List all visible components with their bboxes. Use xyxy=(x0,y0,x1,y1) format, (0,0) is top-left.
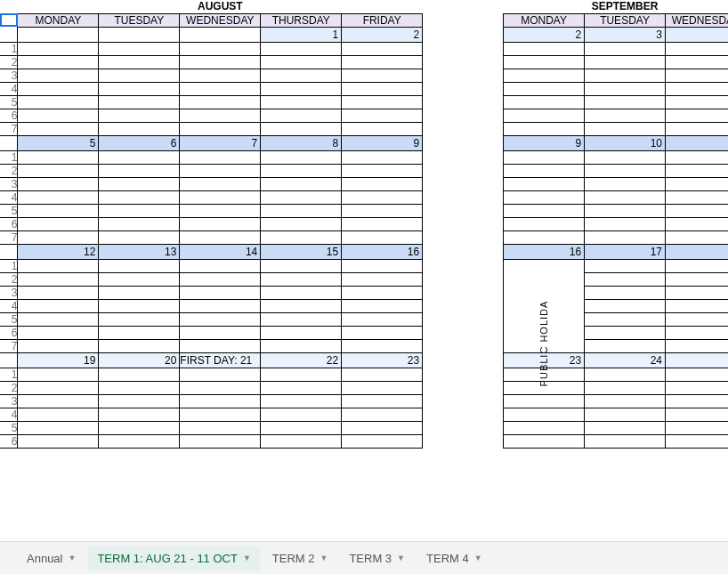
day-header-tue-sep: TUESDAY xyxy=(585,13,666,27)
date-cell[interactable]: 10 xyxy=(585,135,666,150)
date-cell[interactable]: 9 xyxy=(504,135,585,150)
row-label: 2 xyxy=(0,164,18,177)
date-cell[interactable]: 5 xyxy=(18,135,99,150)
row-label: 7 xyxy=(0,122,18,135)
date-cell[interactable]: 1 xyxy=(261,27,342,42)
date-cell[interactable]: 23 xyxy=(342,352,423,368)
row-label: 7 xyxy=(0,230,18,244)
selected-cell[interactable] xyxy=(0,13,18,27)
day-header-wed-sep: WEDNESDAY xyxy=(666,13,729,27)
date-cell[interactable]: 11 xyxy=(666,135,729,150)
row-label: 5 xyxy=(0,312,18,326)
date-cell[interactable]: 18 xyxy=(666,244,729,259)
date-cell[interactable]: 19 xyxy=(18,352,99,368)
row-label: 1 xyxy=(0,150,18,164)
row-label: 1 xyxy=(0,259,18,272)
day-header-thu: THURSDAY xyxy=(261,13,342,27)
date-cell[interactable]: 9 xyxy=(342,135,423,150)
row-label: 3 xyxy=(0,69,18,82)
chevron-down-icon: ▼ xyxy=(474,554,482,562)
month-title-september: SEPTEMBER xyxy=(504,0,728,13)
date-cell[interactable]: 16 xyxy=(504,244,585,259)
row-label: 4 xyxy=(0,82,18,95)
row-label: 4 xyxy=(0,299,18,312)
date-cell[interactable]: 2 xyxy=(342,27,423,42)
chevron-down-icon: ▼ xyxy=(397,554,405,562)
date-cell[interactable]: 8 xyxy=(261,135,342,150)
date-cell[interactable]: 13 xyxy=(99,244,180,259)
first-day-cell[interactable]: FIRST DAY: 21 xyxy=(180,352,261,368)
row-label: 4 xyxy=(0,408,18,421)
tab-term4[interactable]: TERM 4▼ xyxy=(417,546,491,570)
date-cell[interactable]: 4 xyxy=(666,27,729,42)
day-header-tue: TUESDAY xyxy=(99,13,180,27)
public-holiday-cell[interactable]: PUBLIC HOLIDA xyxy=(504,259,585,352)
date-cell[interactable]: 22 xyxy=(261,352,342,368)
row-label: 5 xyxy=(0,204,18,217)
date-cell[interactable]: 6 xyxy=(99,135,180,150)
tab-term2[interactable]: TERM 2▼ xyxy=(263,546,337,570)
date-cell[interactable]: 3 xyxy=(585,27,666,42)
date-cell[interactable]: 16 xyxy=(342,244,423,259)
day-header-mon-sep: MONDAY xyxy=(504,13,585,27)
row-label: 1 xyxy=(0,42,18,55)
row-label: 6 xyxy=(0,326,18,339)
row-label: 2 xyxy=(0,55,18,69)
row-label: 2 xyxy=(0,381,18,394)
tab-annual[interactable]: Annual▼ xyxy=(18,546,85,570)
row-label: 6 xyxy=(0,434,18,448)
row-label: 4 xyxy=(0,190,18,204)
row-label: 6 xyxy=(0,109,18,122)
date-cell[interactable]: 24 xyxy=(585,352,666,368)
date-cell[interactable]: 7 xyxy=(180,135,261,150)
row-label: 5 xyxy=(0,421,18,434)
day-header-mon: MONDAY xyxy=(18,13,99,27)
date-cell[interactable]: 2 xyxy=(504,27,585,42)
public-holiday-label: PUBLIC HOLIDA xyxy=(538,300,549,386)
date-cell[interactable]: 20 xyxy=(99,352,180,368)
chevron-down-icon: ▼ xyxy=(68,554,76,562)
date-cell[interactable]: 25 xyxy=(666,352,729,368)
day-header-fri: FRIDAY xyxy=(342,13,423,27)
row-label: 3 xyxy=(0,394,18,408)
calendar-grid[interactable]: AUGUST SEPTEMBER MONDAY TUESDAY WEDNESDA… xyxy=(0,0,728,449)
date-cell[interactable]: 17 xyxy=(585,244,666,259)
month-title-august: AUGUST xyxy=(18,0,423,13)
chevron-down-icon: ▼ xyxy=(243,554,251,562)
day-header-wed: WEDNESDAY xyxy=(180,13,261,27)
date-cell[interactable]: 14 xyxy=(180,244,261,259)
row-label: 3 xyxy=(0,286,18,299)
tab-term1[interactable]: TERM 1: AUG 21 - 11 OCT▼ xyxy=(88,546,259,570)
row-label: 2 xyxy=(0,272,18,286)
row-label: 3 xyxy=(0,177,18,190)
row-label: 7 xyxy=(0,339,18,352)
row-label: 1 xyxy=(0,368,18,381)
chevron-down-icon: ▼ xyxy=(320,554,328,562)
sheet-tabs: Annual▼ TERM 1: AUG 21 - 11 OCT▼ TERM 2▼… xyxy=(0,541,728,574)
date-cell[interactable]: 12 xyxy=(18,244,99,259)
date-cell[interactable]: 15 xyxy=(261,244,342,259)
row-label: 6 xyxy=(0,217,18,230)
tab-term3[interactable]: TERM 3▼ xyxy=(340,546,414,570)
row-label: 5 xyxy=(0,95,18,109)
